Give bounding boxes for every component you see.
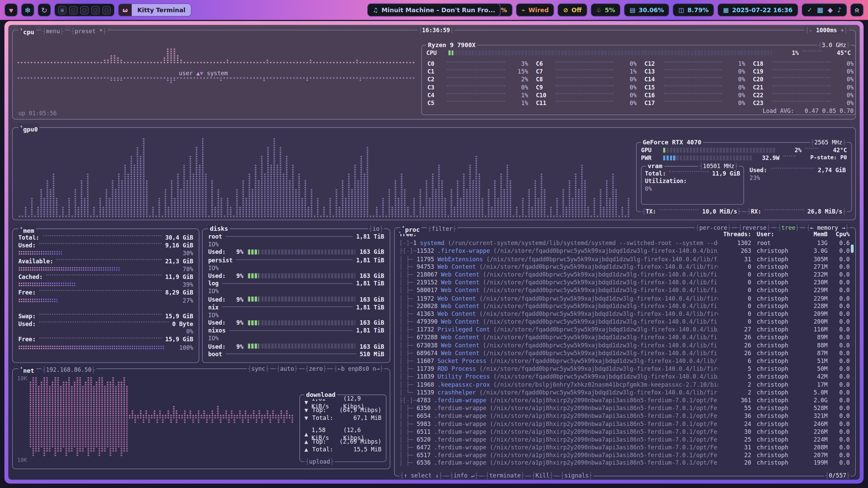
gpu-pstate: P-state: P0 — [800, 154, 847, 162]
launcher-icon: ↻ — [41, 6, 47, 14]
io-mode-toggle[interactable]: io — [368, 225, 384, 233]
process-row[interactable]: │ ├─ 580017Web Content(/nix/store/fqadd0… — [395, 286, 855, 294]
process-row[interactable]: │ ├─ 11795WebExtensions(/nix/store/fqadd… — [395, 255, 855, 263]
preset-button[interactable]: preset * — [70, 26, 107, 36]
status-chip[interactable]: ⊘ Off — [557, 3, 587, 17]
network-panel: ³net 192.168.86.50 syncautozero←b enp8s0… — [12, 368, 390, 469]
process-row[interactable]: │ ├─ 5983.ferdium-wrappe(/nix/store/a1pj… — [395, 420, 855, 427]
process-row[interactable]: │ ├─ 11968.keepassxc-prox(/nix/store/bsl… — [395, 381, 855, 388]
process-row[interactable]: │ ├─ 6472.ferdium-wrappe(/nix/store/a1pj… — [395, 443, 855, 451]
process-row[interactable]: │ ├─ 6511.ferdium-wrappe(/nix/store/a1pj… — [395, 428, 855, 435]
disk-entry[interactable]: nixos1,81 TiB IO% Used: 9% 163 GiB — [208, 327, 384, 350]
process-row[interactable]: │ ├─ 6517.ferdium-wrappe(/nix/store/a1pj… — [395, 451, 855, 459]
vram-used-section: Used:2,74 GiB 23% — [744, 166, 847, 205]
net-scale-top: 10K — [17, 374, 27, 382]
proc-toggle[interactable]: ← memory → — [806, 224, 850, 232]
process-row[interactable]: │ ├─ 673038Web Content(/nix/store/fqadd0… — [395, 341, 855, 349]
process-row[interactable]: │ ├─ 94753Web Content(/nix/store/fqadd0b… — [395, 263, 855, 270]
process-row[interactable]: │ ├─ 41363Web Content(/nix/store/fqadd0b… — [395, 310, 855, 318]
workspace-button[interactable]: ▢ — [91, 6, 99, 14]
gpu-usage-bar — [663, 147, 775, 152]
launcher-button[interactable]: ❄ — [21, 3, 34, 17]
process-row[interactable]: │ ├─ 479390Web Content(/nix/store/fqadd0… — [395, 318, 855, 325]
core-usage: C220% — [753, 91, 853, 99]
status-chip[interactable]: ⌁ Wired — [516, 3, 554, 17]
tray-icon[interactable]: ◆ — [828, 6, 833, 14]
process-panel: ⁴proc filter per-corereversetree← memory… — [394, 227, 856, 476]
disk-entry[interactable]: root1,81 TiB IO% Used: 9% 163 GiB — [208, 232, 384, 256]
status-icon: ▤ — [630, 6, 635, 14]
status-text: 5% — [605, 6, 615, 14]
workspace-button[interactable]: ▣ — [58, 6, 66, 14]
workspace-button[interactable]: ▢ — [69, 6, 77, 14]
net-toggle[interactable]: ←b enp8s0 n→ — [333, 365, 384, 373]
core-usage: C115% — [427, 67, 528, 75]
status-chip[interactable]: ▦ 2025-07-22 16:36 — [717, 3, 798, 17]
cat-icon: ω — [118, 4, 132, 16]
process-row[interactable]: │ ├─ 11972Web Content(/nix/store/fqadd0b… — [395, 294, 855, 302]
process-row[interactable]: ├[-]─11532.firefox-wrappe(/nix/store/fqa… — [395, 247, 855, 255]
net-rate-row: ▲ 1,58 KiB/s (12,6 Kibps) — [304, 430, 381, 438]
proc-action-button[interactable]: signals — [560, 471, 593, 480]
net-toggle[interactable]: sync — [247, 365, 270, 373]
proc-toggle[interactable]: per-core — [695, 224, 732, 232]
refresh-interval-control[interactable]: - 1000ms + — [804, 26, 848, 34]
status-chip[interactable]: ▤ 30.06% — [624, 3, 669, 17]
process-row[interactable]: │ ├─ 219152Web Content(/nix/store/fqadd0… — [395, 278, 855, 286]
proc-action-button[interactable]: info ↵ — [449, 471, 479, 480]
process-row[interactable]: │ ├─ 6654.ferdium-wrappe(/nix/store/a1pj… — [395, 412, 855, 420]
workspace-button[interactable]: ▢ — [102, 6, 111, 14]
proc-action-button[interactable]: Kill — [531, 471, 554, 480]
music-widget[interactable]: ♫ Minuit Machine – Don't Run Fro... — [367, 3, 501, 17]
status-icon: ▦ — [723, 6, 729, 14]
process-row[interactable]: │ ├─ 11607Socket Process(/nix/store/fqad… — [395, 357, 855, 365]
kitty-terminal-chip[interactable]: ω Kitty Terminal — [118, 3, 192, 17]
proc-action-button[interactable]: terminate — [485, 471, 525, 480]
disk-entry[interactable]: nix1,81 TiB IO% Used: 9% 163 GiB — [208, 303, 384, 326]
direction-arrow-icon: ▼ — [304, 414, 312, 422]
net-toggle[interactable]: auto — [275, 365, 298, 373]
tray-icon[interactable]: ♪ — [837, 6, 842, 14]
proc-toggle[interactable]: reverse — [737, 224, 771, 232]
status-icon: ⊘ — [563, 6, 568, 14]
process-row[interactable]: │ ├─ 218067Web Content(/nix/store/fqadd0… — [395, 270, 855, 278]
process-row[interactable]: │ ├─ 689674Web Content(/nix/store/fqadd0… — [395, 349, 855, 357]
process-row[interactable]: │ ├─ 673288Web Content(/nix/store/fqadd0… — [395, 333, 855, 341]
proc-toggle[interactable]: tree — [777, 224, 800, 232]
disk-entry[interactable]: boot510 MiB — [208, 350, 384, 358]
net-toggle[interactable]: zero — [304, 365, 327, 373]
process-row[interactable]: [-]─1systemd(/run/current-system/systemd… — [395, 239, 855, 247]
process-row[interactable]: │ ├─ 6536.ferdium-wrappe(/nix/store/a1pj… — [395, 459, 855, 467]
disk-entry[interactable]: log1,81 TiB IO% Used: 9% 163 GiB — [208, 280, 384, 303]
core-usage: C150% — [644, 83, 745, 91]
process-row[interactable]: │ ├─ 11739RDD Process(/nix/store/fqadd0b… — [395, 365, 855, 372]
bar-right: ◂)) 75% ⌁ Wired ⊘ Off ♧ — [475, 3, 864, 17]
disk-entry[interactable]: persist1,81 TiB IO% Used: 9% 163 GiB — [208, 256, 384, 279]
notification-bell[interactable]: ⍾ — [850, 3, 864, 17]
memory-stat-row: Total: 30,4 GiB — [18, 233, 193, 241]
process-row[interactable]: ├[-]─4783.ferdium-wrappe(/nix/store/a1pj… — [395, 396, 855, 404]
process-row[interactable]: │ ├─ 11839Utility Process(/nix/store/fqa… — [395, 372, 855, 380]
proc-action-button[interactable]: ↑ select ↓ — [399, 471, 443, 480]
disk-used-bar — [248, 273, 355, 278]
menu-button[interactable]: menu — [41, 26, 64, 36]
process-row[interactable]: │ ├─ 6350.ferdium-wrappe(/nix/store/a1pj… — [395, 404, 855, 412]
workspace-button[interactable]: ▢ — [80, 6, 88, 14]
filter-button[interactable]: filter — [427, 224, 457, 234]
process-row[interactable]: │ ├─ 6520.ferdium-wrappe(/nix/store/a1pj… — [395, 435, 855, 443]
tray-icon[interactable]: ✓ — [807, 6, 812, 14]
terminal-window: ¹cpu menu preset * 16:36:59 - 1000ms + u… — [4, 21, 864, 484]
status-chip[interactable]: ◫ 8.79% — [673, 3, 714, 17]
vram-clock: 10501 MHz — [698, 162, 739, 170]
process-row[interactable]: │ ├─ 220028Web Content(/nix/store/fqadd0… — [395, 302, 855, 310]
process-scrollbar[interactable] — [851, 245, 853, 253]
launcher-button[interactable]: ↻ — [38, 3, 51, 17]
status-chip[interactable]: ♧ 5% — [591, 3, 621, 17]
tray-icon[interactable]: ▦ — [817, 6, 823, 14]
process-row[interactable]: │ └─ 11539crashhelper(/nix/store/fqadd0b… — [395, 388, 855, 396]
core-usage: C80% — [536, 76, 636, 83]
core-usage: C71% — [536, 67, 636, 75]
process-row[interactable]: │ ├─ 11732Privileged Cont(/nix/store/fqa… — [395, 325, 855, 333]
launcher-button[interactable]: ♥ — [4, 3, 18, 17]
memory-meter — [18, 345, 164, 349]
